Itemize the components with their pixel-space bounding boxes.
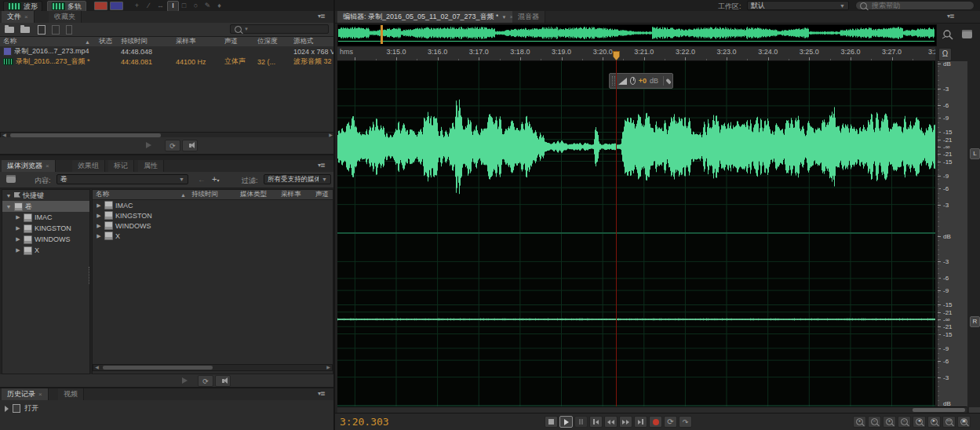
- column-header[interactable]: 持续时间: [118, 37, 173, 46]
- overview-navigator[interactable]: [337, 24, 937, 46]
- expand-icon[interactable]: ▶: [96, 202, 102, 209]
- table-row[interactable]: ▶X: [93, 231, 333, 241]
- panel-menu-icon[interactable]: ▾≣: [947, 13, 954, 20]
- paintbrush-selection-tool-icon[interactable]: ✎: [202, 1, 213, 10]
- column-header[interactable]: 源格式: [290, 37, 333, 46]
- autoplay-button[interactable]: [215, 375, 231, 387]
- open-file-icon[interactable]: [5, 27, 14, 33]
- pin-icon[interactable]: [665, 78, 672, 84]
- add-shortcut-icon[interactable]: +▾: [212, 174, 219, 184]
- preview-play-icon[interactable]: [182, 377, 188, 384]
- time-display[interactable]: 3:20.303: [340, 416, 389, 428]
- tree-item-windows[interactable]: ▶WINDOWS: [2, 234, 89, 245]
- column-header[interactable]: 持续时间: [188, 190, 237, 199]
- skip-to-start-button[interactable]: [589, 416, 603, 428]
- move-tool-icon[interactable]: +: [132, 1, 142, 10]
- navigator-options-icon[interactable]: [962, 30, 972, 38]
- table-row[interactable]: ▶KINGSTON: [93, 210, 333, 220]
- filter-dropdown[interactable]: 所有受支持的媒体 ▼: [264, 174, 331, 184]
- zoom-out-amplitude-button[interactable]: −: [868, 416, 881, 428]
- expand-icon[interactable]: ▶: [15, 225, 21, 231]
- right-channel-button[interactable]: R: [970, 316, 980, 327]
- tab-favorites[interactable]: 收藏夹: [49, 11, 82, 23]
- column-divider[interactable]: [333, 0, 335, 430]
- spot-healing-brush-tool-icon[interactable]: ♦: [214, 1, 224, 10]
- sort-ascending-icon[interactable]: ▲: [177, 192, 188, 198]
- column-header-name[interactable]: 名称: [0, 37, 82, 46]
- zoom-in-time-button[interactable]: +: [883, 416, 896, 428]
- tree-item-kingston[interactable]: ▶KINGSTON: [2, 223, 89, 234]
- skip-selection-button[interactable]: ↷: [679, 416, 692, 428]
- lasso-selection-tool-icon[interactable]: ○: [191, 1, 201, 10]
- skip-to-end-button[interactable]: [634, 416, 647, 428]
- multitrack-view-button[interactable]: 多轨: [47, 1, 86, 12]
- tab-media-browser[interactable]: 媒体浏览器 ×: [2, 160, 56, 172]
- tab-history[interactable]: 历史记录 ×: [2, 388, 49, 400]
- expand-icon[interactable]: ▶: [15, 214, 21, 220]
- panel-menu-icon[interactable]: ▾≣: [318, 162, 325, 169]
- files-search-input[interactable]: [251, 24, 324, 34]
- gain-knob[interactable]: [630, 77, 636, 85]
- save-icon[interactable]: [52, 25, 60, 35]
- pause-button[interactable]: [574, 416, 588, 428]
- waveform-editor-area[interactable]: [337, 61, 935, 406]
- close-icon[interactable]: ×: [38, 391, 42, 398]
- tab-files[interactable]: 文件 ×: [2, 11, 35, 23]
- expand-icon[interactable]: ▶: [96, 213, 102, 219]
- help-search-box[interactable]: [855, 1, 975, 10]
- navigator-zoom-icon[interactable]: [942, 28, 954, 41]
- expand-icon[interactable]: ▶: [96, 223, 102, 229]
- column-header-name[interactable]: 名称: [93, 190, 177, 199]
- help-search-input[interactable]: [870, 1, 970, 10]
- back-arrow-icon[interactable]: ←: [198, 175, 206, 184]
- tree-item-imac[interactable]: ▶IMAC: [2, 212, 89, 223]
- import-file-icon[interactable]: [20, 27, 30, 33]
- zoom-selection-button[interactable]: ▭: [942, 416, 956, 428]
- history-item-open[interactable]: 打开: [0, 400, 333, 414]
- table-row[interactable]: ▶IMAC: [93, 200, 333, 210]
- navigator-playhead-marker[interactable]: [381, 25, 383, 44]
- table-row[interactable]: 录制_2016...7_273.mp444:48.0481024 x 768 V…: [0, 46, 333, 56]
- zoom-out-point-button[interactable]: ►: [927, 416, 941, 428]
- zoom-in-point-button[interactable]: ◄: [913, 416, 926, 428]
- media-horizontal-scrollbar[interactable]: ◀ ▶: [93, 364, 333, 371]
- chevron-down-icon[interactable]: ▼: [501, 15, 506, 20]
- play-button[interactable]: [559, 416, 573, 428]
- record-button[interactable]: [649, 416, 662, 428]
- panel-menu-icon[interactable]: ▾≣: [318, 390, 325, 397]
- zoom-out-full-button[interactable]: ▣: [957, 416, 971, 428]
- scroll-left-icon[interactable]: ◀: [93, 365, 100, 370]
- playhead-line[interactable]: [616, 50, 617, 406]
- loop-playback-button[interactable]: ⟳: [198, 375, 213, 387]
- tab-markers[interactable]: 标记: [108, 160, 134, 172]
- close-icon[interactable]: ×: [46, 162, 49, 169]
- ruler-options-icon[interactable]: Ω: [938, 48, 952, 61]
- tree-item-volumes[interactable]: ▼卷: [2, 201, 89, 212]
- zoom-out-time-button[interactable]: −: [898, 416, 911, 428]
- spectral-frequency-display-icon[interactable]: [94, 2, 107, 10]
- column-header[interactable]: 位深度: [254, 37, 290, 46]
- gain-hud[interactable]: +0 dB: [609, 73, 673, 89]
- autoplay-button[interactable]: [182, 140, 198, 151]
- media-table-header[interactable]: 名称▲持续时间媒体类型采样率声道: [93, 190, 333, 200]
- column-header[interactable]: 声道: [221, 37, 254, 46]
- tree-item-x[interactable]: ▶X: [2, 245, 89, 256]
- rewind-button[interactable]: [604, 416, 618, 428]
- preview-play-icon[interactable]: [146, 142, 151, 148]
- fast-forward-button[interactable]: [619, 416, 632, 428]
- delete-icon[interactable]: [66, 25, 72, 35]
- files-search-box[interactable]: ▼: [230, 24, 329, 34]
- column-header[interactable]: 媒体类型: [237, 190, 278, 199]
- time-selection-tool-icon[interactable]: I: [167, 1, 179, 12]
- tree-item-shortcuts[interactable]: ▼快捷键: [2, 190, 89, 201]
- waveform-view-button[interactable]: 波形: [3, 1, 42, 12]
- gain-value[interactable]: +0: [639, 77, 647, 85]
- expand-icon[interactable]: ▶: [15, 236, 21, 242]
- slip-tool-icon[interactable]: ↔: [155, 1, 166, 10]
- collapse-icon[interactable]: ▼: [5, 204, 12, 210]
- new-file-icon[interactable]: [38, 25, 46, 35]
- scroll-right-icon[interactable]: ▶: [325, 365, 332, 370]
- tab-video[interactable]: 视频: [58, 388, 84, 400]
- column-header[interactable]: 状态: [96, 37, 118, 46]
- loop-playback-button[interactable]: ⟳: [664, 416, 677, 428]
